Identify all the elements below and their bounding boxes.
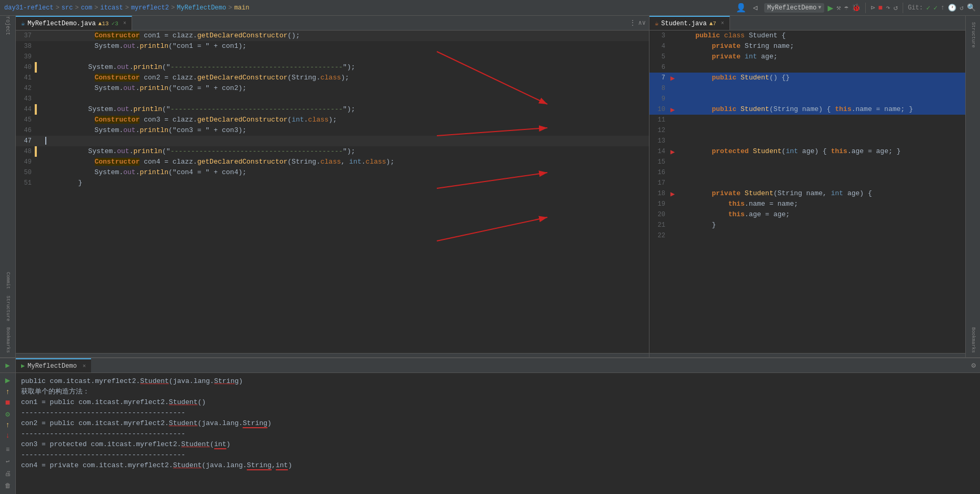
table-row: 21 }: [649, 220, 965, 230]
crumb-itcast[interactable]: itcast: [100, 4, 123, 12]
run-button[interactable]: ▶: [827, 2, 833, 14]
left-sidebar: Project Commit Structure Bookmarks: [0, 16, 16, 357]
structure-panel-btn[interactable]: Structure: [971, 22, 976, 48]
build-button[interactable]: ⚒: [836, 3, 841, 12]
table-row: 20 this.age = age;: [649, 209, 965, 220]
table-row: 4 private String name;: [649, 41, 965, 52]
table-row: 17: [649, 178, 965, 188]
sidebar-bookmarks[interactable]: Bookmarks: [5, 327, 11, 353]
output-line-5: con2 = public com.itcast.myreflect2.Stud…: [21, 418, 975, 429]
table-row: 7 ▶ public Student() {}: [649, 73, 965, 83]
run-panel-icon: ▶: [5, 361, 9, 370]
crumb-src[interactable]: src: [62, 4, 73, 12]
table-row: 38 System.out.println("con1 = " + con1);: [16, 41, 649, 52]
right-tab-close[interactable]: ×: [721, 21, 724, 26]
left-tab-myreflect[interactable]: ☕ MyReflectDemo.java ▲13 ✓3 ×: [16, 16, 132, 30]
left-tab-fix: ✓3: [112, 20, 118, 27]
table-row: 8: [649, 83, 965, 94]
crumb-project[interactable]: day31-reflect: [4, 4, 54, 12]
settings-icon[interactable]: ⚙: [972, 361, 976, 370]
left-hscrollbar[interactable]: [16, 353, 649, 357]
run-tab[interactable]: ▶ MyReflectDemo ×: [16, 358, 91, 372]
right-code-area[interactable]: 3 public class Student { 4 private Strin…: [649, 31, 965, 353]
run-rerun-icon[interactable]: ↑: [5, 388, 9, 396]
run-arrow-down[interactable]: ↓: [5, 431, 9, 440]
sep5: >: [171, 4, 175, 12]
git-check2[interactable]: ✓: [934, 4, 938, 12]
left-arrow-up[interactable]: ∧: [638, 19, 642, 27]
toolbar-user-icon[interactable]: 👤: [736, 3, 746, 13]
left-tab-warn: ▲13: [98, 21, 109, 27]
table-row: 5 private int age;: [649, 52, 965, 62]
search-button[interactable]: 🔍: [967, 3, 976, 12]
crumb-com[interactable]: com: [81, 4, 93, 12]
sep-toolbar2: [903, 3, 903, 13]
step-over-button[interactable]: ↷: [886, 3, 890, 12]
sidebar-item-project[interactable]: Project: [2, 18, 14, 31]
git-check1[interactable]: ✓: [926, 4, 931, 12]
coverage-button[interactable]: ☂: [844, 3, 848, 12]
table-row: 15: [649, 157, 965, 167]
java-file-icon: ☕: [21, 19, 25, 27]
dropdown-arrow: ▼: [818, 5, 821, 11]
sidebar-structure[interactable]: Structure: [5, 296, 11, 321]
git-up[interactable]: ↑: [941, 4, 945, 12]
right-tab-student[interactable]: ☕ Student.java ▲7 ×: [649, 16, 730, 30]
run-print-icon[interactable]: 🖨: [5, 470, 11, 478]
table-row: 18 ▶ private Student(String name, int ag…: [649, 188, 965, 199]
crumb-myreflect2[interactable]: myreflect2: [131, 4, 169, 12]
output-line-9: con4 = private com.itcast.myreflect2.Stu…: [21, 460, 975, 471]
run-wrap-icon[interactable]: ↩: [6, 458, 9, 466]
sidebar-item-commit[interactable]: Commit: [5, 272, 11, 289]
run-settings-icon[interactable]: ⚙: [5, 410, 9, 419]
crumb-method: main: [234, 4, 249, 12]
run-tab-label: MyReflectDemo: [27, 362, 77, 370]
table-row: 51 }: [16, 178, 649, 188]
left-arrow-down[interactable]: ∨: [642, 19, 646, 27]
sep6: >: [228, 4, 232, 12]
table-row: 39: [16, 52, 649, 62]
output-line-3: con1 = public com.itcast.myreflect2.Stud…: [21, 397, 975, 408]
left-tab-close[interactable]: ×: [123, 21, 126, 26]
run-tab-bar: ▶ ▶ MyReflectDemo × ⚙: [0, 358, 980, 373]
run-output[interactable]: public com.itcast.myreflect2.Student(jav…: [16, 373, 980, 494]
table-row: 10 ▶ public Student(String name) { this.…: [649, 104, 965, 115]
sep4: >: [125, 4, 129, 12]
run-trash-icon[interactable]: 🗑: [5, 482, 11, 490]
run-config-dropdown[interactable]: MyReflectDemo ▼: [764, 3, 825, 13]
bookmarks-btn[interactable]: Bookmarks: [971, 327, 976, 353]
debug-button[interactable]: 🐞: [852, 3, 861, 12]
git-undo[interactable]: ↺: [959, 4, 964, 12]
right-sidebar: Structure Bookmarks: [965, 16, 980, 357]
table-row: 9: [649, 94, 965, 104]
run-tab-close[interactable]: ×: [83, 363, 86, 369]
left-tab-label: MyReflectDemo.java: [27, 20, 96, 27]
table-row: 47: [16, 136, 649, 146]
table-row: 37 Constructor con1 = clazz.getDeclaredC…: [16, 31, 649, 41]
editor-area: Project Commit Structure Bookmarks ☕ MyR…: [0, 16, 980, 357]
run-play-icon[interactable]: ▶: [5, 375, 11, 386]
run-stop-icon[interactable]: ■: [5, 398, 11, 408]
output-line-4: ----------------------------------------: [21, 408, 975, 418]
table-row: 6: [649, 62, 965, 73]
table-row: 40 System.out.println("-----------------…: [16, 62, 649, 73]
right-hscrollbar[interactable]: [649, 353, 965, 357]
sep1: >: [56, 4, 59, 12]
git-clock[interactable]: 🕐: [948, 4, 956, 12]
profile-button[interactable]: ⊳: [871, 3, 875, 12]
run-layout-icon[interactable]: ≡: [6, 446, 9, 453]
left-pane-menu[interactable]: ⋮: [629, 18, 636, 27]
toolbar-back-icon[interactable]: ◁: [749, 2, 761, 14]
output-line-7: con3 = protected com.itcast.myreflect2.S…: [21, 439, 975, 450]
run-arrow-up[interactable]: ↑: [5, 421, 9, 429]
table-row: 50 System.out.println("con4 = " + con4);: [16, 167, 649, 178]
run-panel-settings: ⚙: [972, 358, 980, 372]
table-row: 44 System.out.println("-----------------…: [16, 104, 649, 115]
run-tab-icon: ▶: [21, 362, 25, 370]
crumb-class[interactable]: MyReflectDemo: [177, 4, 226, 12]
output-line-6: ----------------------------------------: [21, 429, 975, 439]
left-code-area[interactable]: 37 Constructor con1 = clazz.getDeclaredC…: [16, 31, 649, 353]
stop-button[interactable]: ■: [878, 4, 883, 12]
rerun-button[interactable]: ↺: [893, 3, 897, 12]
table-row: 49 Constructor con4 = clazz.getDeclaredC…: [16, 157, 649, 167]
